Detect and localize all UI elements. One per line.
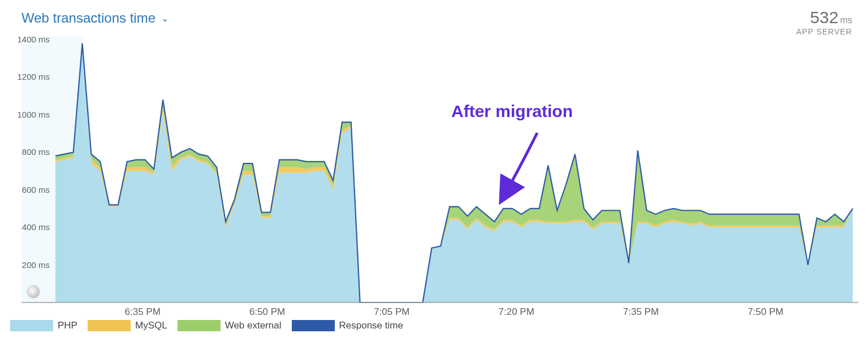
svg-text:800 ms: 800 ms (22, 147, 50, 157)
annotation-arrow (498, 127, 549, 206)
svg-text:7:50 PM: 7:50 PM (748, 306, 783, 317)
svg-text:7:05 PM: 7:05 PM (374, 306, 409, 317)
loading-spinner-icon (27, 286, 40, 298)
svg-text:7:35 PM: 7:35 PM (623, 306, 659, 317)
svg-text:600 ms: 600 ms (22, 185, 50, 194)
chart-legend: PHPMySQLWeb externalResponse time (10, 320, 403, 331)
legend-label: PHP (58, 320, 77, 331)
svg-text:200 ms: 200 ms (22, 260, 50, 270)
legend-label: MySQL (135, 320, 167, 331)
legend-swatch (178, 320, 221, 331)
legend-item[interactable]: Web external (178, 320, 282, 331)
legend-label: Web external (225, 320, 282, 331)
svg-text:1400 ms: 1400 ms (17, 34, 50, 44)
svg-text:1000 ms: 1000 ms (17, 110, 50, 119)
legend-swatch (292, 320, 335, 331)
svg-text:400 ms: 400 ms (22, 222, 50, 232)
legend-item[interactable]: PHP (10, 320, 77, 331)
svg-text:6:35 PM: 6:35 PM (125, 306, 161, 317)
legend-label: Response time (339, 320, 403, 331)
svg-text:7:20 PM: 7:20 PM (499, 306, 534, 317)
metric-value: 532 (810, 8, 839, 27)
svg-text:6:50 PM: 6:50 PM (249, 306, 285, 317)
legend-swatch (88, 320, 131, 331)
chevron-down-icon: ⌄ (161, 13, 169, 24)
legend-item[interactable]: MySQL (88, 320, 167, 331)
chart-title-dropdown[interactable]: Web transactions time ⌄ (21, 10, 169, 26)
summary-metric: 532ms APP SERVER (796, 8, 852, 36)
svg-text:1200 ms: 1200 ms (17, 72, 50, 81)
chart-title: Web transactions time (21, 10, 156, 26)
legend-item[interactable]: Response time (292, 320, 403, 331)
annotation-label: After migration (451, 102, 573, 121)
area-chart[interactable]: 200 ms400 ms600 ms800 ms1000 ms1200 ms14… (10, 34, 858, 317)
legend-swatch (10, 320, 53, 331)
metric-unit: ms (840, 15, 852, 25)
